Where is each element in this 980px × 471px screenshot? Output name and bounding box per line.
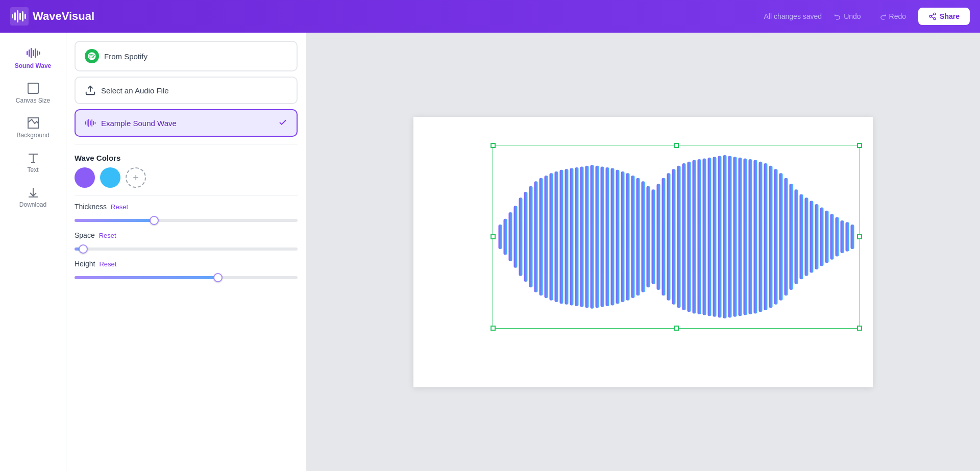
- audio-file-button[interactable]: Select an Audio File: [75, 77, 298, 104]
- sidebar-nav: Sound Wave Canvas Size Background: [0, 33, 66, 471]
- share-button[interactable]: Share: [918, 8, 970, 25]
- svg-point-9: [934, 18, 936, 20]
- canvas-container[interactable]: [413, 117, 873, 387]
- svg-rect-88: [749, 159, 752, 314]
- add-color-button[interactable]: +: [126, 167, 146, 188]
- svg-rect-79: [703, 158, 706, 315]
- svg-rect-6: [24, 14, 26, 19]
- sidebar-item-label-text: Text: [27, 166, 38, 173]
- example-sound-wave-label: Example Sound Wave: [101, 119, 177, 128]
- undo-button[interactable]: Undo: [828, 9, 867, 23]
- svg-rect-1: [12, 14, 13, 18]
- svg-rect-99: [805, 197, 808, 276]
- svg-rect-58: [596, 165, 599, 307]
- svg-rect-54: [575, 167, 579, 306]
- svg-rect-85: [733, 157, 737, 317]
- redo-button[interactable]: Redo: [873, 9, 912, 23]
- svg-rect-52: [565, 169, 569, 305]
- svg-rect-71: [662, 178, 666, 295]
- svg-rect-83: [723, 155, 727, 318]
- svg-rect-92: [769, 165, 773, 307]
- spotify-button[interactable]: From Spotify: [75, 41, 298, 71]
- thickness-reset-button[interactable]: Reset: [111, 203, 128, 211]
- svg-rect-75: [682, 163, 686, 310]
- svg-rect-37: [93, 121, 94, 125]
- svg-rect-80: [708, 157, 712, 315]
- svg-rect-65: [631, 176, 635, 298]
- svg-rect-105: [836, 217, 839, 256]
- wave-colors-title: Wave Colors: [75, 154, 298, 162]
- svg-rect-90: [759, 161, 763, 311]
- svg-rect-103: [825, 210, 829, 262]
- svg-rect-33: [87, 120, 88, 126]
- svg-rect-18: [39, 52, 40, 55]
- svg-rect-35: [90, 120, 91, 125]
- app-header: WaveVisual All changes saved Undo Redo S…: [0, 0, 980, 33]
- svg-rect-51: [560, 169, 564, 303]
- sidebar-item-label-sound-wave: Sound Wave: [15, 62, 52, 69]
- thickness-slider[interactable]: [75, 219, 298, 222]
- svg-rect-73: [672, 169, 676, 305]
- wave-colors-row: +: [75, 167, 298, 188]
- svg-rect-13: [29, 49, 30, 57]
- svg-rect-17: [37, 51, 38, 56]
- space-section: Space Reset: [75, 231, 298, 253]
- svg-rect-14: [31, 48, 32, 58]
- logo-text: WaveVisual: [33, 10, 94, 23]
- svg-rect-70: [657, 184, 660, 290]
- color-2-button[interactable]: [100, 167, 120, 188]
- sidebar-item-background[interactable]: Background: [5, 111, 61, 144]
- svg-rect-49: [550, 173, 553, 301]
- svg-rect-95: [785, 178, 788, 295]
- example-sound-wave-button[interactable]: Example Sound Wave: [75, 109, 298, 137]
- svg-rect-46: [534, 181, 538, 292]
- sidebar-item-download[interactable]: Download: [5, 181, 61, 213]
- height-section: Height Reset: [75, 260, 298, 281]
- svg-rect-100: [810, 201, 814, 272]
- thickness-label-row: Thickness Reset: [75, 203, 298, 211]
- svg-rect-76: [688, 161, 691, 311]
- svg-rect-106: [841, 220, 844, 253]
- upload-icon: [85, 85, 96, 96]
- svg-point-7: [934, 13, 936, 15]
- sidebar-item-canvas-size[interactable]: Canvas Size: [5, 77, 61, 109]
- svg-rect-45: [529, 186, 533, 287]
- svg-rect-91: [764, 163, 768, 310]
- sidebar-item-sound-wave[interactable]: Sound Wave: [5, 41, 61, 75]
- svg-rect-2: [14, 12, 16, 20]
- check-icon: [278, 118, 287, 129]
- svg-rect-63: [621, 171, 625, 302]
- svg-rect-55: [580, 166, 584, 307]
- space-slider[interactable]: [75, 247, 298, 251]
- svg-rect-102: [820, 207, 824, 266]
- sidebar-item-text[interactable]: Text: [5, 146, 61, 179]
- undo-icon: [834, 13, 841, 20]
- svg-rect-5: [22, 11, 23, 21]
- main-content: Sound Wave Canvas Size Background: [0, 33, 980, 471]
- svg-rect-81: [713, 157, 717, 317]
- header-actions: All changes saved Undo Redo Share: [764, 8, 970, 25]
- space-reset-button[interactable]: Reset: [99, 232, 116, 239]
- logo: WaveVisual: [10, 7, 94, 26]
- color-1-button[interactable]: [75, 167, 95, 188]
- svg-rect-87: [744, 158, 747, 315]
- svg-rect-47: [540, 178, 543, 295]
- svg-rect-74: [677, 165, 681, 307]
- height-reset-button[interactable]: Reset: [99, 260, 116, 268]
- svg-rect-40: [504, 218, 507, 254]
- text-icon: [27, 151, 40, 164]
- svg-rect-66: [636, 178, 640, 295]
- svg-rect-34: [88, 119, 89, 127]
- canvas-size-icon: [27, 82, 40, 95]
- svg-rect-82: [718, 156, 722, 317]
- svg-rect-96: [790, 184, 793, 290]
- logo-icon: [10, 7, 29, 26]
- svg-rect-72: [667, 173, 671, 301]
- background-icon: [27, 116, 40, 130]
- redo-icon: [879, 13, 887, 20]
- svg-rect-53: [570, 168, 574, 305]
- svg-rect-3: [17, 10, 18, 22]
- spotify-button-label: From Spotify: [104, 52, 148, 61]
- height-slider[interactable]: [75, 276, 298, 279]
- svg-rect-59: [601, 166, 604, 307]
